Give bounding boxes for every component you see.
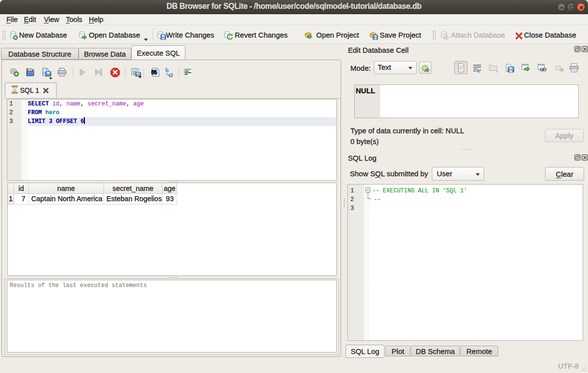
svg-text:b: b: [165, 67, 169, 74]
svg-text:a: a: [169, 70, 173, 79]
